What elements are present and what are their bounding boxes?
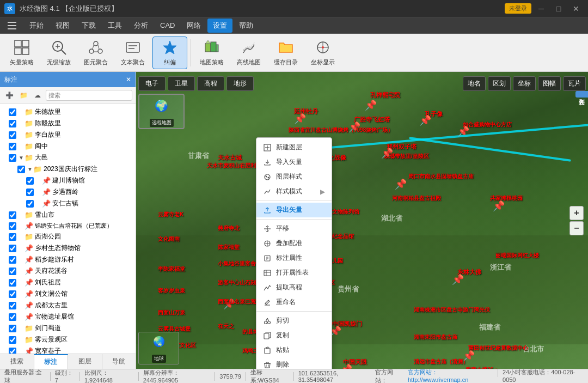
tree-item-xueshan[interactable]: 📁 雪山市 <box>0 209 136 221</box>
sidebar-folder-button[interactable]: 📁 <box>17 89 29 101</box>
tree-item-guoqing[interactable]: ▼ 📁 2023国庆出行标注 <box>0 163 136 175</box>
menu-item-analysis[interactable]: 分析 <box>128 19 154 33</box>
status-website-link[interactable]: 官方网站：http://www.rivermap.cn <box>408 368 493 384</box>
map-btn-tufu[interactable]: 图幅 <box>538 76 561 91</box>
sidebar-search-input[interactable] <box>46 90 132 101</box>
tool-correction[interactable]: 纠偏 <box>152 37 187 69</box>
tool-cache-dir[interactable]: 缓存目录 <box>268 37 303 69</box>
context-menu-layer-style[interactable]: 图层样式 <box>256 169 332 184</box>
map-btn-zuobiao[interactable]: 坐标 <box>513 76 536 91</box>
hamburger-button[interactable] <box>4 18 20 33</box>
task-list-button[interactable]: 任务列表 <box>575 91 588 98</box>
pin-3[interactable]: 📌 <box>348 121 360 133</box>
pin-9[interactable]: 📌 <box>493 200 505 212</box>
tool-text-cluster[interactable]: 文本聚合 <box>115 37 150 69</box>
menu-item-cad[interactable]: CAD <box>155 19 180 32</box>
tool-contour[interactable]: 高线地图 <box>231 37 266 69</box>
minimize-button[interactable]: ─ <box>534 3 549 15</box>
sidebar-tab-annotation[interactable]: 标注 <box>34 354 69 369</box>
pin-6[interactable]: 📌 <box>381 147 393 159</box>
context-menu-copy[interactable]: 复制 <box>256 328 332 343</box>
tool-vector-strategy[interactable]: 矢量策略 <box>4 37 39 69</box>
tree-item-xiangcun[interactable]: 📌 乡村生态博物馆 <box>0 242 136 254</box>
tool-cluster[interactable]: 图元聚合 <box>78 37 113 69</box>
map-type-dixing[interactable]: 地形 <box>226 76 254 91</box>
sidebar-cloud-button[interactable]: ☁ <box>32 89 44 101</box>
tool-coord-display[interactable]: 坐标显示 <box>305 37 340 69</box>
minimap[interactable]: 地球 🌏 <box>138 332 179 364</box>
sidebar-add-button[interactable]: ➕ <box>3 89 15 101</box>
map-btn-diming[interactable]: 地名 <box>463 76 486 91</box>
tree-item-langzhong[interactable]: 📁 阆中 <box>0 141 136 152</box>
tree-item-chenyi[interactable]: 📁 陈毅故里 <box>0 118 136 129</box>
tree-item-tianfu[interactable]: 📌 天府花溪谷 <box>0 265 136 277</box>
tree-item-dayi[interactable]: ▼ 📁 大邑 <box>0 152 136 163</box>
pin-4[interactable]: 📌 <box>419 114 431 126</box>
context-menu-cut[interactable]: 剪切 <box>256 313 332 328</box>
pin-2[interactable]: 📌 <box>294 113 306 125</box>
menu-item-download[interactable]: 下载 <box>76 19 101 33</box>
menu-item-settings[interactable]: 设置 <box>207 19 232 33</box>
tree-item-daoxiang[interactable]: 📌 稻乡趣游乐村 <box>0 254 136 265</box>
tree-item-jianchuan[interactable]: 📌 建川博物馆 <box>0 175 136 186</box>
sidebar-tab-navigation[interactable]: 导航 <box>102 354 136 369</box>
tree-item-liuwen[interactable]: 📌 刘文澜公馆 <box>0 288 136 300</box>
context-menu-annotation-props[interactable]: 标注属性 <box>256 251 332 265</box>
zoom-out-button[interactable]: − <box>569 221 584 235</box>
pin-16[interactable]: 📌 <box>223 298 235 310</box>
status-size: 3759.79 <box>219 373 241 380</box>
context-menu-open-table[interactable]: 打开属性表 <box>256 265 332 280</box>
context-menu-delete[interactable]: 删除 <box>256 357 332 369</box>
map-type-dianzi[interactable]: 电子 <box>138 76 166 91</box>
context-menu-import-vector[interactable]: 导入矢量 <box>256 155 332 169</box>
unregistered-button[interactable]: 未登录 <box>505 3 531 14</box>
pin-14[interactable]: 📌 <box>463 350 475 362</box>
tree-item-libai[interactable]: 📁 李白故里 <box>0 129 136 141</box>
context-menu-style-mode[interactable]: 样式模式 ▶ <box>256 184 332 199</box>
tree-item-zhude[interactable]: 📁 朱德故里 <box>0 106 136 118</box>
context-menu-export-vector[interactable]: 导出矢量 <box>256 203 332 217</box>
map-btn-wapian[interactable]: 瓦片 <box>563 76 586 91</box>
pin-1[interactable]: 📌 <box>365 99 377 111</box>
tree-item-chengdu[interactable]: 📌 成都太古里 <box>0 300 136 311</box>
tree-item-liushi[interactable]: 📌 刘氏祖居 <box>0 277 136 288</box>
menu-item-view[interactable]: 视图 <box>50 19 75 33</box>
context-menu-rename[interactable]: 重命名 <box>256 295 332 309</box>
pin-12[interactable]: 📌 <box>340 363 352 369</box>
context-menu-extract-elevation[interactable]: 提取高程 <box>256 280 332 295</box>
map-type-weixing[interactable]: 卫星 <box>168 76 195 91</box>
context-menu-translate[interactable]: 平移 <box>256 221 332 236</box>
svg-rect-55 <box>264 333 269 339</box>
tree-item-anren[interactable]: 📌 安仁古镇 <box>0 198 136 209</box>
menu-item-tools[interactable]: 工具 <box>102 19 127 33</box>
pin-8[interactable]: 📌 <box>395 178 407 190</box>
tree-item-wuyun[interactable]: 📁 雾云景观区 <box>0 334 136 345</box>
tool-map-strategy[interactable]: 地图策略 <box>194 37 229 69</box>
remote-map-preview[interactable]: 远程地图 🌍 <box>138 94 185 129</box>
tool-zoom[interactable]: 无级缩放 <box>41 37 76 69</box>
tree-item-xiangyuxi[interactable]: 📌 乡遇西岭 <box>0 186 136 198</box>
tree-item-jianmen[interactable]: 📁 剑门蜀道 <box>0 323 136 334</box>
menu-item-start[interactable]: 开始 <box>24 19 49 33</box>
maximize-button[interactable]: □ <box>551 3 566 15</box>
context-menu-new-layer[interactable]: 新建图层 <box>256 140 332 155</box>
pin-10[interactable]: 📌 <box>452 273 464 285</box>
zoom-in-button[interactable]: + <box>569 206 584 220</box>
sidebar-tab-layers[interactable]: 图层 <box>68 354 102 369</box>
sidebar-tab-search[interactable]: 搜索 <box>0 354 34 369</box>
menu-item-help[interactable]: 帮助 <box>234 19 259 33</box>
pin-5[interactable]: 📌 <box>457 125 469 137</box>
map-type-gaocheng[interactable]: 高程 <box>197 76 224 91</box>
tree-item-kuanzhai[interactable]: 📌 宽窄巷子 <box>0 345 136 354</box>
sidebar-close-button[interactable]: ✕ <box>126 76 131 83</box>
map-btn-quhua[interactable]: 区划 <box>488 76 511 91</box>
menu-item-network[interactable]: 网络 <box>181 19 206 33</box>
context-menu-overlay[interactable]: 叠加配准 <box>256 236 332 251</box>
close-button[interactable]: ✕ <box>568 3 584 15</box>
contour-icon <box>240 39 258 56</box>
tree-item-xihu[interactable]: 📁 西湖公园 <box>0 231 136 242</box>
tree-item-baowu[interactable]: 📌 宝物遗址展馆 <box>0 311 136 323</box>
tree-item-jinxiu[interactable]: 📌 锦绣安仁吉培花园（已荒废） <box>0 221 136 231</box>
map-area[interactable]: 甘肃省 陕西省 湖北省 浙江省 福建省 广东省 广西省 贵州省 台北市 孔祥熙宅… <box>136 72 588 369</box>
context-menu-paste[interactable]: 粘贴 <box>256 343 332 357</box>
